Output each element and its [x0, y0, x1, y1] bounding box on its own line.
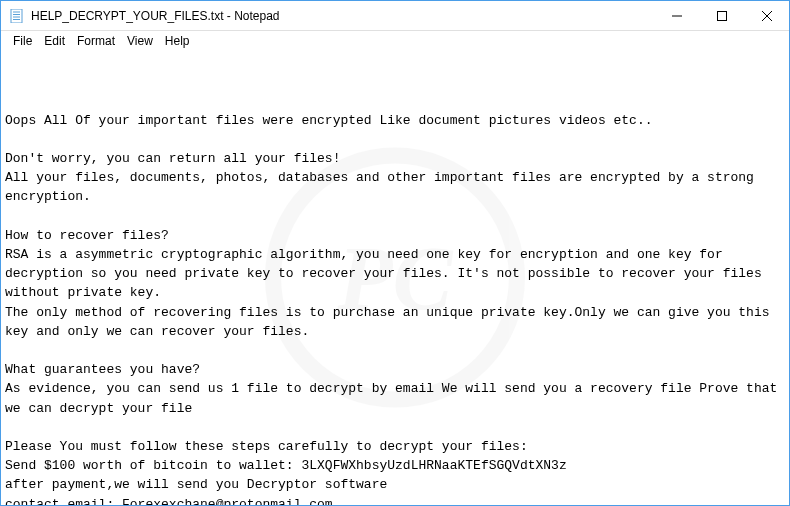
menu-edit[interactable]: Edit [38, 33, 71, 49]
menu-format[interactable]: Format [71, 33, 121, 49]
menu-help[interactable]: Help [159, 33, 196, 49]
notepad-window: HELP_DECRYPT_YOUR_FILES.txt - Notepad Fi… [0, 0, 790, 506]
menu-view[interactable]: View [121, 33, 159, 49]
notepad-icon [9, 8, 25, 24]
text-area[interactable]: PC Oops All Of your important files were… [1, 51, 789, 505]
window-title: HELP_DECRYPT_YOUR_FILES.txt - Notepad [31, 9, 654, 23]
svg-rect-6 [717, 11, 726, 20]
document-body: Oops All Of your important files were en… [5, 111, 785, 505]
titlebar: HELP_DECRYPT_YOUR_FILES.txt - Notepad [1, 1, 789, 31]
maximize-button[interactable] [699, 1, 744, 30]
close-button[interactable] [744, 1, 789, 30]
menubar: File Edit Format View Help [1, 31, 789, 51]
svg-rect-0 [11, 9, 22, 23]
window-controls [654, 1, 789, 30]
menu-file[interactable]: File [7, 33, 38, 49]
minimize-button[interactable] [654, 1, 699, 30]
